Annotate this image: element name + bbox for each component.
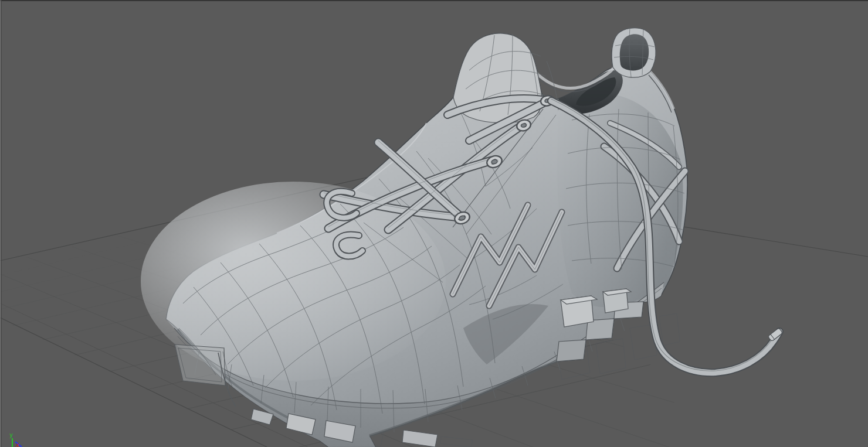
viewport-3d[interactable]: y x xyxy=(0,0,868,447)
y-axis-label: y xyxy=(9,432,13,438)
x-axis-label: x xyxy=(15,442,19,447)
viewport-left-border-inner xyxy=(1,0,2,447)
heel-pull-tab xyxy=(612,28,656,77)
viewport-top-border xyxy=(0,0,868,1)
scene-canvas[interactable]: y x xyxy=(0,0,868,447)
viewport-left-border-outer xyxy=(0,0,1,447)
